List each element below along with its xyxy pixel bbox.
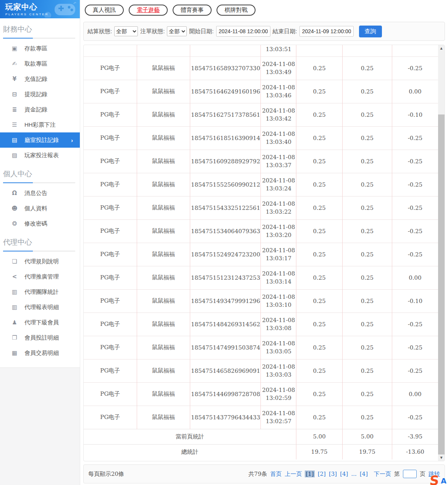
summary-bet-cell: 19.75 bbox=[296, 444, 343, 459]
scroll-down-arrow-icon[interactable]: ▼ bbox=[438, 454, 445, 461]
pagination-controls: 共79条 首页 上一页 [1][2][3][4]...[4] 下一页 第 页 跳… bbox=[248, 470, 440, 478]
sidebar-item-agent-promotion[interactable]: <代理推廣管理 bbox=[0, 269, 80, 284]
prev-page-link[interactable]: 上一页 bbox=[285, 470, 302, 478]
sidebar-item-withdraw-area[interactable]: ✍取款專區 bbox=[0, 56, 80, 71]
page-link[interactable]: [4] bbox=[360, 470, 368, 477]
bet-time-cell: 2024-11-0813:03:03 bbox=[261, 359, 296, 382]
sidebar-item-announcements[interactable]: Ω消息公告 bbox=[0, 185, 80, 201]
table-row-partial: 13:03:51 bbox=[84, 45, 438, 56]
platform-cell: PG电子 bbox=[84, 382, 137, 406]
clipboard-icon: ❐ bbox=[11, 334, 18, 341]
order-number-cell: 1854751534064079363 bbox=[190, 219, 261, 243]
bet-time-cell: 13:03:51 bbox=[261, 45, 296, 56]
game-name-cell: 鼠鼠福福 bbox=[137, 266, 190, 289]
sidebar-item-withdrawal-records[interactable]: ⊟提現記錄 bbox=[0, 87, 80, 102]
tab-sports[interactable]: 體育賽事 bbox=[173, 5, 212, 16]
bet-amount-cell: 0.25 bbox=[296, 289, 343, 313]
platform-cell: PG电子 bbox=[84, 196, 137, 219]
page-link[interactable]: [3] bbox=[329, 470, 337, 477]
bet-amount-cell: 0.25 bbox=[296, 173, 343, 196]
page-link[interactable]: [4] bbox=[340, 470, 348, 477]
bet-amount-cell: 0.25 bbox=[296, 382, 343, 406]
valid-bet-cell: 0.25 bbox=[342, 313, 392, 336]
sidebar-item-profile[interactable]: ☻個人資料 bbox=[0, 201, 80, 216]
profit-cell: -0.25 bbox=[392, 313, 438, 336]
scrollbar-thumb[interactable] bbox=[438, 114, 445, 454]
game-name-cell: 鼠鼠福福 bbox=[137, 80, 190, 103]
valid-bet-cell: 0.25 bbox=[342, 266, 392, 289]
order-number-cell: 1854751618516390914 bbox=[190, 126, 261, 150]
profit-cell: -0.25 bbox=[392, 359, 438, 382]
hand-money-icon: ✍ bbox=[11, 60, 18, 67]
valid-bet-cell: 0.25 bbox=[342, 406, 392, 429]
order-number-cell: 1854751627517378561 bbox=[190, 103, 261, 126]
table-scrollbar[interactable]: ▲ ▼ bbox=[438, 45, 445, 461]
translator-a-badge-icon[interactable]: A bbox=[441, 477, 446, 485]
settle-status-select[interactable]: 全部 bbox=[114, 26, 138, 36]
sidebar-item-change-password[interactable]: ❂修改密碼 bbox=[0, 216, 80, 231]
sidebar-item-label: 代理推廣管理 bbox=[24, 273, 59, 280]
game-name-cell: 鼠鼠福福 bbox=[137, 243, 190, 266]
order-number-cell: 1854751512312437253 bbox=[190, 266, 261, 289]
game-name-cell: 鼠鼠福福 bbox=[137, 359, 190, 382]
gamepad-icon bbox=[44, 1, 77, 18]
order-number-cell: 1854751493479991296 bbox=[190, 289, 261, 313]
order-number-cell: 1854751658932707330 bbox=[190, 56, 261, 80]
profit-cell: 0.00 bbox=[392, 80, 438, 103]
bet-time-cell: 2024-11-0813:03:05 bbox=[261, 336, 296, 359]
bet-records-table: 13:03:51PG电子鼠鼠福福18547516589327073302024-… bbox=[84, 45, 438, 459]
tab-board-games[interactable]: 棋牌對戰 bbox=[217, 5, 256, 16]
search-button[interactable]: 查詢 bbox=[359, 26, 382, 37]
first-page-link[interactable]: 首页 bbox=[270, 470, 281, 478]
bet-record-icon: ▤ bbox=[11, 137, 18, 143]
table-row: PG电子鼠鼠福福18547514658269690912024-11-0813:… bbox=[84, 359, 438, 382]
tab-electronic-games[interactable]: 電子遊藝 bbox=[129, 5, 168, 16]
bet-time-cell: 2024-11-0813:03:24 bbox=[261, 173, 296, 196]
next-page-link[interactable]: 下一页 bbox=[374, 470, 391, 478]
scroll-up-arrow-icon[interactable]: ▲ bbox=[438, 45, 445, 52]
sidebar-item-member-bet-detail[interactable]: ❐會員投註明細 bbox=[0, 330, 80, 345]
sidebar-item-agent-team-stats[interactable]: ▥代理團隊統計 bbox=[0, 284, 80, 300]
end-date-input[interactable] bbox=[299, 26, 354, 37]
sidebar-item-agent-sub-members[interactable]: ♟代理下級會員 bbox=[0, 315, 80, 330]
table-cell bbox=[190, 45, 261, 56]
sidebar-item-agent-rules[interactable]: ❏代理規則說明 bbox=[0, 254, 80, 269]
settle-status-label: 結算狀態: bbox=[87, 28, 112, 35]
start-date-input[interactable] bbox=[216, 26, 270, 37]
sidebar-item-label: 代理報表明細 bbox=[24, 304, 59, 311]
bank-card-icon: ▣ bbox=[11, 45, 18, 52]
money-bag-icon: ¥ bbox=[11, 76, 18, 82]
sidebar-item-agent-report-detail[interactable]: ▥代理報表明細 bbox=[0, 300, 80, 315]
table-row: PG电子鼠鼠福福18547514469987287082024-11-0813:… bbox=[84, 382, 438, 406]
sidebar-item-funds-records[interactable]: ≣資金記錄 bbox=[0, 102, 80, 117]
bet-amount-cell: 0.25 bbox=[296, 80, 343, 103]
jump-suffix-text: 页 bbox=[420, 470, 425, 478]
bet-time-cell: 2024-11-0813:03:40 bbox=[261, 126, 296, 150]
game-name-cell: 鼠鼠福福 bbox=[137, 56, 190, 80]
sidebar-item-hh-lottery-bets[interactable]: ☰HH彩票下注 bbox=[0, 117, 80, 132]
platform-cell: PG电子 bbox=[84, 219, 137, 243]
platform-cell: PG电子 bbox=[84, 359, 137, 382]
order-status-select[interactable]: 全部 bbox=[167, 26, 187, 36]
valid-bet-cell: 0.25 bbox=[342, 56, 392, 80]
section-underline bbox=[3, 182, 75, 183]
table-cell bbox=[137, 45, 190, 56]
valid-bet-cell: 0.25 bbox=[342, 150, 392, 173]
sidebar-item-deposit-area[interactable]: ▣存款專區 bbox=[0, 41, 80, 56]
tab-live-video[interactable]: 真人視訊 bbox=[85, 5, 124, 16]
sidebar-item-member-trans-detail[interactable]: ▦會員交易明細 bbox=[0, 345, 80, 361]
page-link-current[interactable]: [1] bbox=[305, 470, 314, 477]
translator-s-badge-icon[interactable]: S bbox=[429, 473, 440, 485]
sidebar-item-hall-bet-records[interactable]: ▤廳室投註記錄› bbox=[0, 132, 80, 148]
sidebar-item-label: 廳室投註記錄 bbox=[24, 137, 59, 144]
sidebar-item-recharge-records[interactable]: ¥充值記錄 bbox=[0, 71, 80, 87]
game-name-cell: 鼠鼠福福 bbox=[137, 219, 190, 243]
page-jump-input[interactable] bbox=[403, 470, 417, 478]
valid-bet-cell: 0.25 bbox=[342, 196, 392, 219]
sidebar-item-label: HH彩票下注 bbox=[24, 121, 56, 129]
platform-cell: PG电子 bbox=[84, 80, 137, 103]
page-link[interactable]: [2] bbox=[318, 470, 326, 477]
section-underline bbox=[3, 251, 75, 251]
game-name-cell: 鼠鼠福福 bbox=[137, 173, 190, 196]
sidebar-item-player-bet-report[interactable]: ▨玩家投注報表 bbox=[0, 148, 80, 163]
